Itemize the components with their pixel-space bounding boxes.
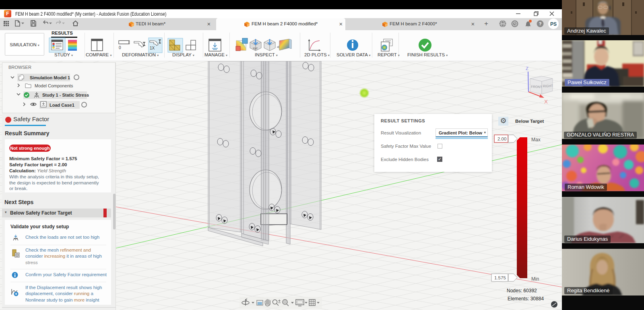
svg-text:Simulation Model 1: Simulation Model 1 bbox=[30, 75, 70, 80]
svg-text:Model Components: Model Components bbox=[35, 83, 73, 88]
svg-text:X: X bbox=[544, 99, 548, 105]
svg-text:Max: Max bbox=[531, 137, 541, 143]
svg-text:2.00: 2.00 bbox=[497, 136, 506, 141]
svg-text:Nodes: 60392: Nodes: 60392 bbox=[507, 288, 537, 293]
svg-text:PS: PS bbox=[550, 21, 557, 27]
svg-text:Load Case1: Load Case1 bbox=[50, 103, 74, 107]
svg-text:Z: Z bbox=[526, 66, 528, 71]
svg-text:?: ? bbox=[539, 21, 542, 26]
svg-text:Study 1 - Static Stress: Study 1 - Static Stress bbox=[42, 93, 89, 97]
svg-text:0: 0 bbox=[119, 45, 121, 50]
svg-text:Elements: 30884: Elements: 30884 bbox=[508, 296, 544, 302]
svg-text:1.575: 1.575 bbox=[494, 275, 506, 280]
svg-text:1X: 1X bbox=[150, 46, 155, 50]
svg-text:Min: Min bbox=[531, 276, 539, 282]
svg-text:xyz: xyz bbox=[253, 46, 258, 50]
svg-text:RIGHT: RIGHT bbox=[543, 84, 553, 88]
svg-text:FRONT: FRONT bbox=[531, 85, 542, 89]
